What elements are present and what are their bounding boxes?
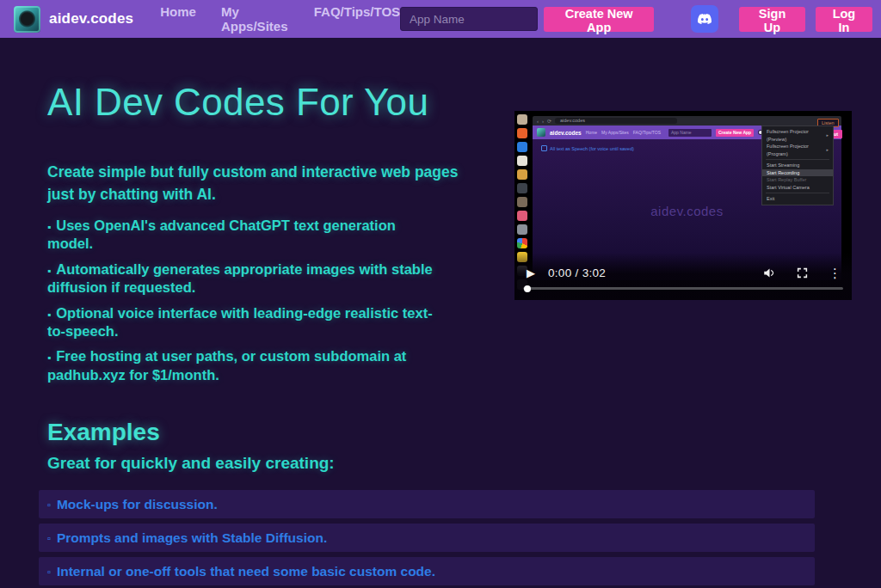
video-watermark: aidev.codes bbox=[533, 204, 841, 218]
square-bullet-icon: ▪ bbox=[47, 265, 51, 277]
hero-bullet: ▪Uses OpenAI's advanced ChatGPT text gen… bbox=[47, 217, 433, 254]
hero-intro: Create simple but fully custom and inter… bbox=[47, 162, 459, 206]
hero-bullet-text: Free hosting at user paths, or custom su… bbox=[47, 348, 406, 382]
site-logo-avatar[interactable] bbox=[14, 6, 40, 33]
video-timestamp: 0:00 / 3:02 bbox=[548, 266, 606, 279]
hero-bullet: ▪Automatically generates appropriate ima… bbox=[47, 260, 433, 297]
brand-name[interactable]: aidev.codes bbox=[49, 10, 133, 28]
recorded-app-name-input: App Name bbox=[668, 129, 712, 137]
recorded-create-new-app-button: Create New App bbox=[716, 129, 754, 137]
menu-separator bbox=[766, 159, 829, 160]
browser-reload-icon: ⟳ bbox=[547, 118, 551, 124]
hollow-square-bullet-icon: ▫ bbox=[47, 499, 51, 510]
examples-heading: Examples bbox=[47, 419, 815, 446]
examples-list: ▫ Mock-ups for discussion. ▫ Prompts and… bbox=[39, 490, 815, 588]
recorded-browser-chrome: ‹ › ⟳ aidev.codes bbox=[533, 116, 841, 126]
submenu-arrow-icon: ▸ bbox=[826, 146, 829, 154]
fullscreen-icon[interactable] bbox=[797, 267, 808, 279]
more-options-icon[interactable]: ⋮ bbox=[829, 267, 841, 279]
firefox-icon bbox=[517, 128, 527, 138]
sign-up-button[interactable]: Sign Up bbox=[739, 7, 805, 32]
example-text: Mock-ups for discussion. bbox=[57, 497, 218, 512]
progress-knob[interactable] bbox=[524, 285, 531, 292]
video-controls: ▶ 0:00 / 3:02 ⋮ bbox=[527, 266, 841, 279]
hero-bullet-text: Optional voice interface with leading-ed… bbox=[47, 305, 433, 339]
square-bullet-icon: ▪ bbox=[47, 309, 51, 321]
hero-bullet: ▪Optional voice interface with leading-e… bbox=[47, 304, 433, 341]
navbar: aidev.codes Home My Apps/Sites FAQ/Tips/… bbox=[0, 0, 881, 38]
recorded-nav-faq: FAQ/Tips/TOS bbox=[633, 130, 661, 135]
square-bullet-icon: ▪ bbox=[47, 352, 51, 364]
menu-item: Exit bbox=[762, 195, 833, 203]
hollow-square-bullet-icon: ▫ bbox=[47, 533, 51, 543]
list-item: ▫ Internal or one-off tools that need so… bbox=[39, 557, 815, 585]
recorded-brand-name: aidev.codes bbox=[550, 130, 582, 136]
hero-bullet: ▪Free hosting at user paths, or custom s… bbox=[47, 347, 433, 384]
examples-subheading: Great for quickly and easily creating: bbox=[47, 454, 815, 473]
menu-item: Fullscreen Projector (Preview)▸ bbox=[762, 128, 833, 143]
checkbox-icon bbox=[541, 145, 547, 151]
nav-links: Home My Apps/Sites FAQ/Tips/TOS bbox=[160, 4, 400, 34]
chrome-icon bbox=[517, 238, 527, 248]
recorded-notice-text: All text as Speech (for voice until save… bbox=[550, 146, 634, 151]
list-item: ▫ Prompts and images with Stable Diffusi… bbox=[39, 524, 815, 552]
recorded-nav-my-apps: My Apps/Sites bbox=[601, 130, 629, 135]
menu-item-highlighted: Start Recording bbox=[762, 169, 833, 177]
discord-icon[interactable] bbox=[691, 5, 718, 33]
example-text: Prompts and images with Stable Diffusion… bbox=[57, 530, 327, 546]
files-icon bbox=[517, 114, 527, 125]
example-text: Internal or one-off tools that need some… bbox=[57, 564, 435, 579]
menu-item: Start Virtual Camera bbox=[762, 184, 833, 192]
create-new-app-button[interactable]: Create New App bbox=[544, 7, 654, 32]
play-button[interactable]: ▶ bbox=[527, 267, 535, 279]
square-bullet-icon: ▪ bbox=[47, 221, 51, 233]
menu-item: Start Streaming bbox=[762, 162, 833, 169]
menu-item: Fullscreen Projector (Program)▸ bbox=[762, 143, 833, 157]
menu-item-disabled: Start Replay Buffer bbox=[762, 176, 833, 184]
app-name-input[interactable] bbox=[400, 7, 538, 31]
browser-back-icon: ‹ bbox=[537, 119, 539, 124]
blue-app-icon bbox=[517, 142, 527, 152]
browser-forward-icon: › bbox=[542, 119, 544, 124]
log-in-button[interactable]: Log In bbox=[816, 7, 872, 32]
list-item: ▫ Mock-ups for discussion. bbox=[39, 490, 815, 518]
nav-item-home[interactable]: Home bbox=[160, 4, 196, 34]
folder-icon bbox=[517, 169, 527, 180]
text-editor-icon bbox=[517, 156, 527, 166]
volume-icon[interactable] bbox=[763, 267, 776, 279]
recorded-nav-home: Home bbox=[586, 130, 597, 135]
submenu-arrow-icon: ▸ bbox=[826, 132, 829, 139]
recorded-context-menu: Fullscreen Projector (Preview)▸ Fullscre… bbox=[761, 126, 834, 205]
hero-bullet-text: Uses OpenAI's advanced ChatGPT text gene… bbox=[47, 217, 396, 251]
video-controls-right: ⋮ bbox=[763, 267, 841, 279]
demo-video-player[interactable]: ‹ › ⟳ aidev.codes aidev.codes Home My Ap… bbox=[514, 111, 852, 300]
video-progress-bar[interactable] bbox=[523, 287, 843, 290]
recorded-site-logo bbox=[537, 128, 545, 137]
browser-url-text: aidev.codes bbox=[555, 118, 677, 124]
hollow-square-bullet-icon: ▫ bbox=[47, 567, 51, 577]
monitor-pink-icon bbox=[517, 211, 527, 221]
recorded-speech-checkbox-row: All text as Speech (for voice until save… bbox=[541, 145, 634, 151]
nav-item-my-apps[interactable]: My Apps/Sites bbox=[221, 4, 289, 34]
discord-glyph bbox=[696, 12, 713, 26]
hero-bullet-list: ▪Uses OpenAI's advanced ChatGPT text gen… bbox=[47, 217, 433, 385]
nav-item-faq[interactable]: FAQ/Tips/TOS bbox=[314, 4, 400, 34]
package-icon bbox=[517, 197, 527, 207]
gray-app-icon bbox=[517, 224, 527, 235]
obs-icon bbox=[517, 183, 527, 193]
hero-bullet-text: Automatically generates appropriate imag… bbox=[47, 261, 433, 295]
menu-separator bbox=[766, 193, 829, 193]
